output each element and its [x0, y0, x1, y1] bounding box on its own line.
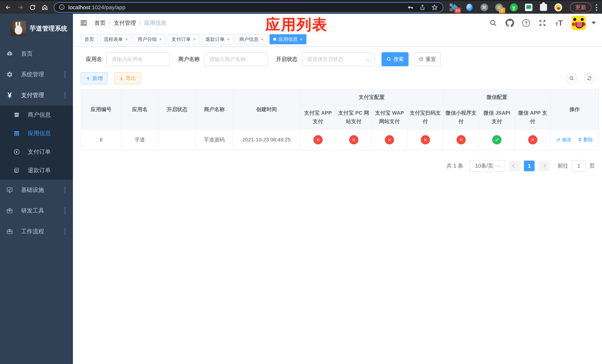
th-alipay-app: 支付宝 APP 支付 [300, 105, 336, 129]
help-icon[interactable]: ? [522, 19, 530, 27]
avatar[interactable] [571, 16, 586, 30]
close-icon[interactable] [225, 36, 230, 42]
github-icon[interactable] [505, 19, 514, 27]
sidebar-item-system[interactable]: 系统管理 [0, 64, 73, 85]
extension-command-icon[interactable]: ⌘ [480, 3, 488, 11]
plus-icon [86, 76, 91, 81]
th-merchant: 商户名称 [196, 89, 233, 129]
share-icon[interactable] [419, 4, 426, 11]
app-title: 芋道管理系统 [30, 24, 67, 33]
extension-diamond-icon[interactable]: 10 [451, 3, 459, 11]
th-group-alipay: 支付宝配置 [300, 89, 443, 105]
extensions-puzzle-icon[interactable] [540, 3, 547, 11]
browser-home-icon[interactable] [41, 3, 49, 11]
breadcrumb-payment[interactable]: 支付管理 [106, 19, 136, 27]
extension-balloon-icon[interactable] [466, 3, 473, 11]
cell-status [159, 129, 196, 150]
chevron-down-icon [65, 187, 65, 193]
close-icon[interactable] [258, 36, 264, 42]
monitor-icon [6, 187, 13, 193]
bookmark-star-icon[interactable] [431, 4, 438, 11]
export-button[interactable]: 导出 [114, 72, 141, 85]
goto-page-input[interactable] [572, 160, 586, 172]
th-app-id: 应用编号 [81, 89, 121, 129]
tab-home[interactable]: 首页 [81, 34, 98, 44]
font-size-icon[interactable]: TT [555, 19, 563, 27]
breadcrumb: 首页 支付管理 应用信息 [94, 19, 166, 27]
filter-form: 应用名 商户名称 开启状态 请选择开启状态 搜索 重置 [81, 52, 599, 66]
fullscreen-icon[interactable] [538, 19, 547, 27]
close-icon[interactable] [298, 36, 303, 42]
sidebar-subitem-label: 商户信息 [28, 111, 51, 119]
toggle-search-button[interactable] [566, 73, 577, 84]
browser-menu-icon[interactable] [596, 4, 597, 11]
sidebar-item-workflow[interactable]: 工作流程 [0, 221, 73, 242]
chevron-up-icon [65, 92, 65, 98]
tab-merchant-info[interactable]: 商户信息 [236, 34, 267, 44]
extension-chat-icon[interactable] [525, 3, 533, 11]
profile-emoji-icon[interactable] [554, 3, 562, 11]
app-name-input[interactable] [107, 52, 170, 66]
extensions-strip: 10 ⌘ 1 y [451, 3, 562, 11]
goto-label: 前往 [558, 162, 568, 170]
tab-user-group[interactable]: 用户分组 [134, 34, 165, 44]
search-button[interactable]: 搜索 [382, 52, 408, 66]
caret-down-icon[interactable] [591, 22, 596, 24]
browser-toolbar: localhost:1024/pay/app 10 ⌘ 1 y 更新 [0, 0, 602, 14]
breadcrumb-home[interactable]: 首页 [94, 19, 106, 27]
site-info-icon[interactable] [59, 4, 65, 11]
app-table: 应用编号 应用名 开启状态 商户名称 创建时间 支付宝配置 微信配置 操作 支付… [81, 89, 599, 150]
add-button[interactable]: 新增 [81, 72, 108, 85]
tab-bar: 首页 流程表单 用户分组 支付订单 退款订单 商户信息 应用信息 [73, 32, 602, 47]
merchant-name-input[interactable] [204, 52, 268, 66]
extension-camera-icon[interactable]: 1 [495, 3, 503, 11]
search-icon[interactable] [489, 19, 497, 27]
status-icon-wechat-mini [456, 135, 466, 144]
delete-link[interactable]: 删除 [578, 137, 593, 143]
tab-app-info[interactable]: 应用信息 [269, 34, 306, 44]
sidebar-subitem-refund-order[interactable]: 退款订单 [0, 161, 73, 180]
close-icon[interactable] [157, 36, 162, 42]
browser-reload-icon[interactable] [29, 3, 37, 11]
current-page[interactable]: 1 [524, 161, 535, 171]
th-alipay-wap: 支付宝 WAP 网站支付 [372, 105, 408, 129]
status-icon-wechat-jsapi [492, 135, 502, 144]
extension-y-logo-icon[interactable]: y [510, 3, 518, 11]
sidebar-subitem-app-info[interactable]: 应用信息 [0, 124, 73, 143]
sidebar-item-infrastructure[interactable]: 基础设施 [0, 180, 73, 200]
status-select[interactable]: 请选择开启状态 [302, 52, 375, 66]
close-icon[interactable] [123, 36, 128, 42]
browser-back-icon[interactable] [4, 3, 12, 11]
address-bar[interactable]: localhost:1024/pay/app [54, 2, 443, 13]
sidebar-item-payment[interactable]: ¥ 支付管理 [0, 85, 73, 106]
trash-icon [578, 137, 582, 142]
browser-forward-icon[interactable] [16, 3, 24, 11]
chevron-down-icon [496, 163, 500, 167]
prev-page-button[interactable] [509, 161, 520, 171]
chrome-update-button[interactable]: 更新 [570, 2, 591, 12]
sidebar-fold-icon[interactable] [80, 19, 88, 27]
page-size-select[interactable]: 10条/页 [469, 160, 505, 172]
status-icon-alipay-wap [385, 135, 394, 144]
close-icon[interactable] [191, 36, 196, 42]
sidebar-item-home[interactable]: 首页 [0, 43, 73, 64]
sidebar-subitem-pay-order[interactable]: 支付订单 [0, 143, 73, 161]
next-page-button[interactable] [539, 161, 549, 171]
status-icon-alipay-app [313, 135, 323, 144]
refresh-table-button[interactable] [584, 73, 595, 84]
reset-button[interactable]: 重置 [414, 52, 441, 66]
briefcase-icon [6, 207, 13, 214]
sidebar-item-label: 系统管理 [21, 71, 44, 78]
tab-refund-order[interactable]: 退款订单 [202, 34, 233, 44]
status-icon-alipay-pc [349, 135, 358, 144]
tab-pay-order[interactable]: 支付订单 [168, 34, 199, 44]
total-count: 共 1 条 [447, 162, 463, 170]
sidebar-subitem-label: 退款订单 [28, 166, 51, 174]
tab-process-form[interactable]: 流程表单 [100, 34, 132, 44]
sidebar-item-dev-tools[interactable]: 研发工具 [0, 200, 73, 221]
cell-created: 2021-10-23 08:49:25 [233, 129, 300, 150]
sidebar-subitem-merchant-info[interactable]: 商户信息 [0, 106, 73, 124]
password-key-icon[interactable] [407, 4, 414, 11]
app-logo-row[interactable]: 芋道管理系统 [0, 14, 73, 43]
edit-link[interactable]: 修改 [556, 137, 571, 143]
